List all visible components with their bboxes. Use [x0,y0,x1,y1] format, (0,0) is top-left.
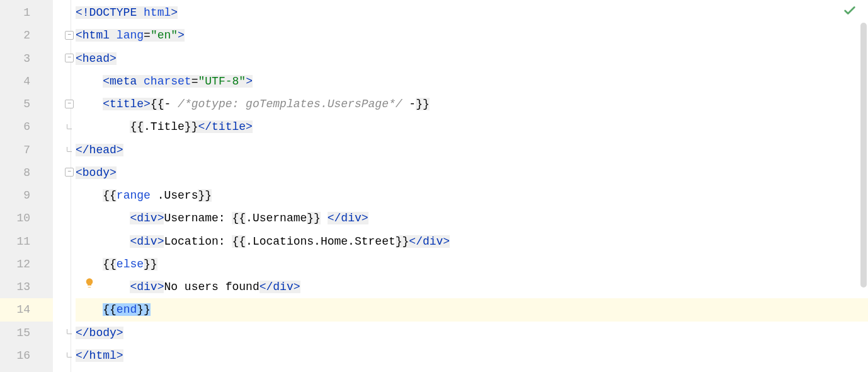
go-delim-close: }} [137,303,151,316]
tag-open: < [76,29,83,42]
code-editor: 1 2 3 4 5 6 7 8 9 10 11 12 13 14 15 16 <… [0,0,868,372]
sp [151,189,157,202]
tag-name: div [137,235,157,248]
go-delim-open: {{ [103,258,117,270]
tag-name: title [212,120,246,133]
line-number[interactable]: 7 [0,139,53,161]
tag-open: </ [198,120,212,133]
tag-open: < [103,75,110,88]
line-number[interactable]: 16 [0,344,53,367]
tag-open: </ [76,349,89,362]
tag-close: > [246,75,253,88]
fold-toggle-icon[interactable]: − [65,31,74,40]
line-number[interactable]: 8 [0,161,53,184]
line-number[interactable]: 2 [0,24,53,47]
tag-open: < [76,52,83,65]
code-line[interactable]: <div>Username: {{.Username}} </div> [76,207,868,230]
line-number[interactable]: 11 [0,230,53,253]
go-keyword: range [117,189,151,202]
text: Location: [164,235,232,248]
code-line[interactable]: <head> [76,47,868,70]
fold-end-icon [67,352,72,357]
doctype-close: > [171,6,178,19]
go-delim-close: }} [396,235,409,248]
tag-open: < [130,212,137,224]
go-trim: - [403,98,416,110]
tag-name: html [89,349,117,362]
tag-close: > [117,327,123,339]
tag-open: < [130,235,137,248]
line-number[interactable]: 14 [0,298,53,321]
tag-close: > [178,29,185,42]
go-delim-open: {{ [130,120,144,133]
go-delim-close: }} [416,98,430,110]
code-line[interactable]: <html lang="en"> [76,24,868,47]
go-field: .Username [246,212,307,224]
intention-bulb-icon[interactable] [83,277,96,293]
inspection-ok-icon[interactable] [843,4,857,22]
tag-open: </ [76,144,89,156]
tag-close: > [443,235,450,248]
eq: = [144,29,151,42]
line-number[interactable]: 15 [0,322,53,344]
code-line[interactable]: <title>{{- /*gotype: goTemplates.UsersPa… [76,93,868,115]
fold-toggle-icon[interactable]: − [65,100,74,108]
go-trim: - [164,98,178,110]
tag-open: </ [328,212,341,224]
code-line[interactable]: <div>No users found</div> [76,276,868,298]
code-line-current[interactable]: {{end}} [76,298,868,321]
go-delim-close: }} [198,189,212,202]
tag-open: </ [76,327,89,339]
tag-name: head [83,52,110,65]
line-number[interactable]: 4 [0,70,53,93]
code-line[interactable]: </body> [76,322,868,344]
tag-open: </ [260,281,273,293]
fold-end-icon [67,329,72,334]
line-number[interactable]: 5 [0,93,53,115]
doctype-name: html [144,6,171,19]
line-number[interactable]: 13 [0,276,53,298]
go-field: .Title [144,120,185,133]
tag-close: > [110,52,117,65]
tag-close: > [144,98,151,110]
line-number[interactable]: 12 [0,253,53,276]
code-line[interactable]: <meta charset="UTF-8"> [76,70,868,93]
sp [110,29,117,42]
tag-close: > [157,212,164,224]
tag-name: title [110,98,144,110]
tag-name: meta [110,75,137,88]
go-field: .Users [157,189,198,202]
code-line[interactable]: <!DOCTYPE html> [76,1,868,24]
line-number[interactable]: 10 [0,207,53,230]
tag-name: head [89,144,117,156]
tag-close: > [294,281,300,293]
code-line[interactable]: {{else}} [76,253,868,276]
code-line[interactable]: {{.Title}}</title> [76,115,868,138]
line-number[interactable]: 3 [0,47,53,70]
tag-close: > [110,166,117,179]
code-line[interactable]: <div>Location: {{.Locations.Home.Street}… [76,230,868,253]
go-delim-open: {{ [103,189,117,202]
go-delim-open: {{ [151,98,164,110]
tag-open: < [76,166,83,179]
vertical-scrollbar[interactable] [860,23,867,288]
tag-name: div [423,235,443,248]
code-line[interactable]: </head> [76,139,868,161]
attr-value: "UTF-8" [198,75,246,88]
tag-open: </ [409,235,423,248]
line-number[interactable]: 1 [0,1,53,24]
fold-toggle-icon[interactable]: − [65,54,74,62]
code-line[interactable]: {{range .Users}} [76,184,868,207]
code-line[interactable]: </html> [76,344,868,367]
go-keyword: else [117,258,144,270]
tag-open: < [130,281,137,293]
line-number[interactable]: 9 [0,184,53,207]
tag-close: > [246,120,253,133]
code-content[interactable]: <!DOCTYPE html> <html lang="en"> <head> … [53,0,868,372]
line-number[interactable]: 6 [0,115,53,138]
code-line[interactable]: <body> [76,161,868,184]
sp [321,212,328,224]
fold-toggle-icon[interactable]: − [65,168,74,177]
text: No users found [164,281,259,293]
tag-name: html [83,29,110,42]
